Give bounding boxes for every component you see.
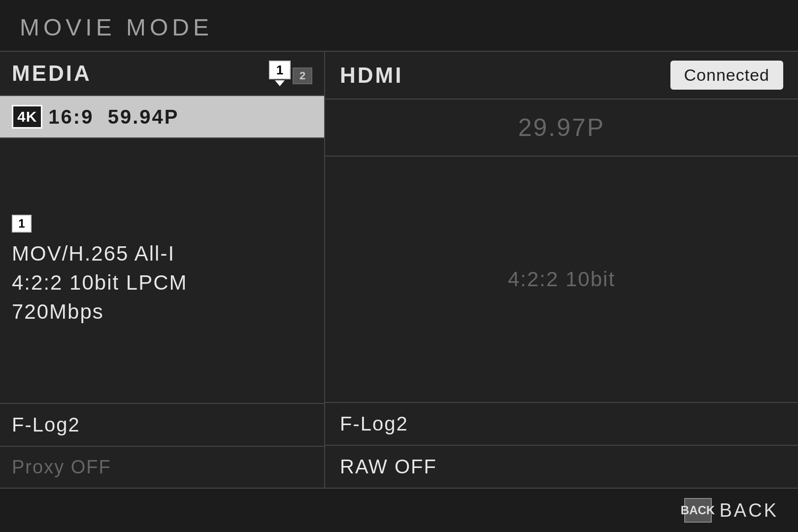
page-title: MOVIE MODE [20,14,213,40]
card1-arrow-icon [275,80,285,86]
codec-line1: MOV/H.265 All-I [12,242,175,265]
hdmi-codec-text: 4:2:2 10bit [508,267,615,291]
card-slot-1-icon: 1 [269,61,291,86]
hdmi-fps-row: 29.97P [325,100,798,157]
codec-row[interactable]: 1 MOV/H.265 All-I 4:2:2 10bit LPCM 720Mb… [0,138,324,404]
back-button-icon: BACK [684,498,712,523]
media-label: MEDIA [12,61,92,86]
format-text: 16:9 59.94P [48,106,179,128]
codec-num-badge: 1 [12,215,32,233]
main-content: MEDIA 1 2 4K 16:9 59.94P 1 [0,51,798,488]
hdmi-codec-row: 4:2:2 10bit [325,157,798,403]
format-row[interactable]: 4K 16:9 59.94P [0,96,324,138]
right-panel: HDMI Connected 29.97P 4:2:2 10bit F-Log2… [325,52,798,488]
card2-badge: 2 [293,67,312,84]
proxy-row[interactable]: Proxy OFF [0,447,324,488]
card1-badge: 1 [269,61,291,79]
media-header: MEDIA 1 2 [0,52,324,96]
bottom-bar: BACK BACK [0,488,798,532]
connected-badge: Connected [670,61,783,90]
codec-text: MOV/H.265 All-I 4:2:2 10bit LPCM 720Mbps [12,239,312,326]
proxy-label: Proxy OFF [12,457,111,477]
title-bar: MOVIE MODE [0,0,798,51]
codec-line3: 720Mbps [12,300,104,323]
flog-label-right: F-Log2 [340,413,408,434]
raw-row[interactable]: RAW OFF [325,446,798,488]
screen: MOVIE MODE MEDIA 1 2 4K 16:9 59 [0,0,798,532]
card-slot-icons: 1 2 [269,61,312,86]
back-button-label[interactable]: BACK [720,500,778,521]
flog-row-right[interactable]: F-Log2 [325,403,798,446]
flog-label-left: F-Log2 [12,414,80,435]
fourk-badge: 4K [12,105,42,129]
hdmi-label: HDMI [340,63,403,88]
hdmi-header: HDMI Connected [325,52,798,100]
left-panel: MEDIA 1 2 4K 16:9 59.94P 1 [0,52,325,488]
codec-line2: 4:2:2 10bit LPCM [12,271,188,294]
flog-row-left[interactable]: F-Log2 [0,404,324,447]
raw-label: RAW OFF [340,456,437,477]
hdmi-fps-text: 29.97P [518,113,605,142]
